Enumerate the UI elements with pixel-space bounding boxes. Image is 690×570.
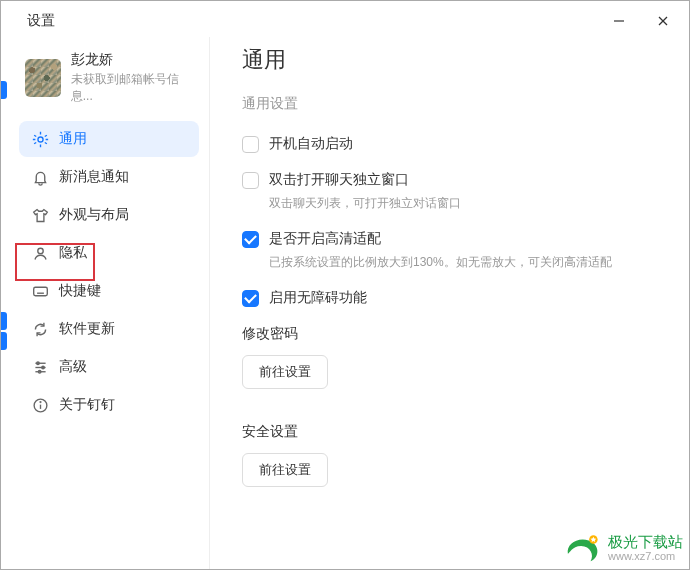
left-indicator-strip [1,37,9,569]
gear-icon [31,130,49,148]
sidebar-item-label: 快捷键 [59,282,101,300]
svg-point-19 [40,401,41,402]
label-dblclick-window: 双击打开聊天独立窗口 [269,171,409,189]
refresh-icon [31,320,49,338]
sidebar-item-notifications[interactable]: 新消息通知 [19,159,199,195]
sidebar-item-label: 通用 [59,130,87,148]
sliders-icon [31,358,49,376]
label-autostart: 开机自动启动 [269,135,353,153]
close-button[interactable] [649,11,677,31]
checkbox-hidpi[interactable] [242,231,259,248]
sidebar-item-about[interactable]: 关于钉钉 [19,387,199,423]
sidebar-item-advanced[interactable]: 高级 [19,349,199,385]
keyboard-icon [31,282,49,300]
brand-name: 极光下载站 [608,534,683,551]
sidebar-item-label: 高级 [59,358,87,376]
checkbox-dblclick-window[interactable] [242,172,259,189]
bell-icon [31,168,49,186]
svg-point-3 [37,136,42,141]
sidebar-item-general[interactable]: 通用 [19,121,199,157]
checkbox-accessibility[interactable] [242,290,259,307]
section-label-general: 通用设置 [242,95,665,113]
brand-url: www.xz7.com [608,550,683,562]
person-icon [31,244,49,262]
brand-logo-icon [562,531,604,565]
profile-block[interactable]: 彭龙娇 未获取到邮箱帐号信息... [19,37,199,121]
sidebar-item-label: 隐私 [59,244,87,262]
sidebar-item-label: 新消息通知 [59,168,129,186]
sidebar-item-appearance[interactable]: 外观与布局 [19,197,199,233]
sidebar-item-label: 软件更新 [59,320,115,338]
desc-hidpi: 已按系统设置的比例放大到130%。如无需放大，可关闭高清适配 [269,254,665,271]
section-label-password: 修改密码 [242,325,665,343]
checkbox-autostart[interactable] [242,136,259,153]
profile-name: 彭龙娇 [71,51,193,69]
label-hidpi: 是否开启高清适配 [269,230,381,248]
sidebar-item-updates[interactable]: 软件更新 [19,311,199,347]
window-title: 设置 [27,12,55,30]
goto-security-settings-button[interactable]: 前往设置 [242,453,328,487]
shirt-icon [31,206,49,224]
sidebar-item-privacy[interactable]: 隐私 [19,235,199,271]
info-icon [31,396,49,414]
desc-dblclick-window: 双击聊天列表，可打开独立对话窗口 [269,195,665,212]
svg-rect-5 [33,287,47,296]
avatar [25,59,61,97]
vertical-divider [209,37,210,569]
page-heading: 通用 [242,45,665,75]
label-accessibility: 启用无障碍功能 [269,289,367,307]
sidebar-item-label: 关于钉钉 [59,396,115,414]
sidebar-item-shortcuts[interactable]: 快捷键 [19,273,199,309]
brand-watermark: 极光下载站 www.xz7.com [562,531,683,565]
sidebar-item-label: 外观与布局 [59,206,129,224]
svg-point-4 [37,248,42,253]
goto-password-settings-button[interactable]: 前往设置 [242,355,328,389]
profile-sub: 未获取到邮箱帐号信息... [71,71,193,105]
minimize-button[interactable] [605,11,633,31]
section-label-security: 安全设置 [242,423,665,441]
